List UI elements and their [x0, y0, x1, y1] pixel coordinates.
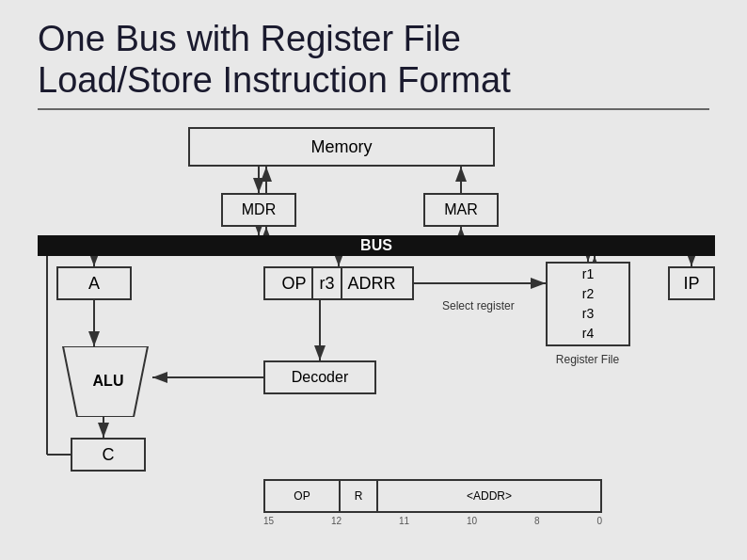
bit-8: 8: [534, 516, 540, 526]
decoder-box: Decoder: [263, 360, 376, 394]
op-seg: OP: [276, 268, 311, 298]
a-label: A: [88, 274, 100, 294]
a-box: A: [56, 266, 132, 300]
bit-10: 10: [467, 516, 477, 526]
instr-r-seg: R: [341, 481, 378, 511]
decoder-label: Decoder: [292, 369, 348, 386]
regfile-label: Register File: [543, 353, 632, 366]
adrr-seg: ADRR: [342, 268, 402, 298]
regfile-box: r1 r2 r3 r4: [546, 262, 630, 346]
mdr-box: MDR: [221, 193, 296, 227]
instruction-format-bar: OP R <ADDR>: [263, 479, 602, 513]
instr-addr-label: <ADDR>: [467, 489, 512, 503]
select-reg-label: Select register: [442, 299, 515, 312]
mdr-label: MDR: [242, 201, 276, 218]
instr-addr-seg: <ADDR>: [378, 481, 600, 511]
r3-seg: r3: [311, 268, 342, 298]
instr-op-seg: OP: [265, 481, 341, 511]
bus-label: BUS: [360, 237, 392, 254]
alu-box: ALU: [71, 353, 146, 409]
memory-label: Memory: [310, 137, 372, 157]
bit-labels: 15 12 11 10 8 0: [263, 516, 602, 526]
alu-label: ALU: [93, 373, 124, 390]
reg-r1: r1: [582, 264, 594, 284]
op-r3-adrr-box: OP r3 ADRR: [263, 266, 414, 300]
c-label: C: [103, 445, 115, 465]
memory-box: Memory: [188, 127, 495, 167]
mar-box: MAR: [423, 193, 499, 227]
instr-op-label: OP: [294, 489, 310, 503]
c-box: C: [71, 438, 146, 472]
bit-12: 12: [331, 516, 342, 526]
mar-label: MAR: [444, 201, 478, 218]
diagram: Memory MDR MAR BUS A OP r3 ADRR Select r…: [38, 127, 715, 522]
bit-0: 0: [596, 516, 602, 526]
bus-bar: BUS: [38, 235, 715, 256]
page-title: One Bus with Register File Load/Store In…: [38, 19, 709, 101]
bit-15: 15: [263, 516, 274, 526]
reg-r4: r4: [582, 324, 594, 344]
reg-r2: r2: [582, 284, 594, 304]
slide: One Bus with Register File Load/Store In…: [0, 0, 747, 560]
reg-r3: r3: [582, 304, 594, 324]
bit-11: 11: [399, 516, 409, 526]
ip-label: IP: [683, 274, 699, 294]
ip-box: IP: [668, 266, 715, 300]
instr-r-label: R: [355, 489, 363, 503]
